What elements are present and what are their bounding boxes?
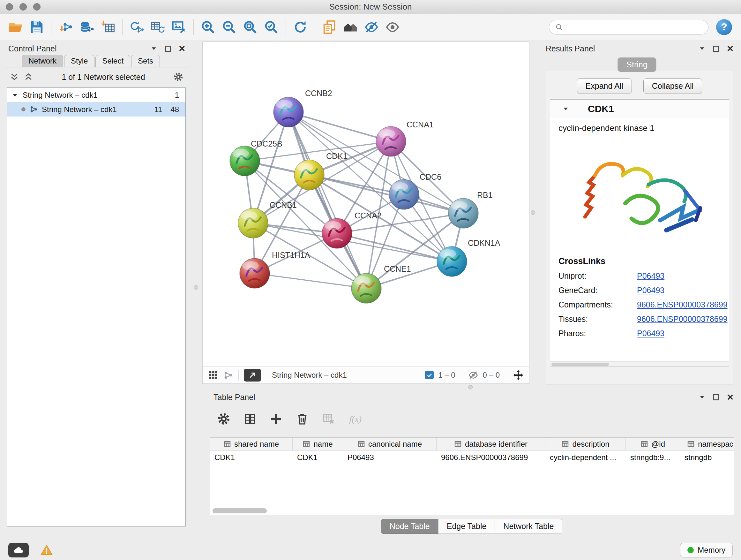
search-box[interactable]: [549, 20, 709, 35]
node-CCNA2[interactable]: [322, 219, 352, 248]
left-splitter-handle[interactable]: [194, 285, 198, 290]
zoom-selected-button[interactable]: [261, 17, 282, 38]
close-panel-icon[interactable]: ×: [727, 393, 733, 401]
tab-string[interactable]: String: [617, 57, 656, 72]
crosslink-value-link[interactable]: P06493: [637, 271, 664, 281]
crosslink-value-link[interactable]: P06493: [637, 286, 664, 295]
import-table-from-file-button[interactable]: [97, 17, 118, 38]
float-panel-icon[interactable]: [165, 46, 171, 52]
right-splitter-handle[interactable]: [531, 210, 535, 215]
hidden-eye-slash-icon[interactable]: [468, 370, 478, 380]
bottom-splitter-handle[interactable]: [468, 385, 473, 389]
crosslink-value-link[interactable]: 9606.ENSP00000378699: [637, 300, 728, 309]
results-scrollbar[interactable]: [550, 361, 729, 367]
tab-sets[interactable]: Sets: [131, 55, 160, 67]
expand-all-networks-icon[interactable]: [23, 72, 33, 82]
column-header--id[interactable]: @id: [626, 438, 680, 450]
toggle-graphics-details-button[interactable]: [361, 17, 382, 38]
network-collection-row[interactable]: String Network – cdk1 1: [7, 88, 185, 102]
tab-select[interactable]: Select: [95, 55, 130, 67]
node-CDKN1A[interactable]: [437, 246, 467, 276]
tab-edge-table[interactable]: Edge Table: [438, 519, 495, 534]
node-label-CCNE1: CCNE1: [384, 264, 411, 273]
node-CCNB1[interactable]: [238, 208, 268, 238]
add-column-icon[interactable]: [270, 413, 282, 425]
expand-collection-caret-icon[interactable]: [11, 91, 19, 99]
column-header-canonical-name[interactable]: canonical name: [343, 438, 436, 450]
node-CCNA1[interactable]: [376, 126, 406, 157]
show-columns-icon[interactable]: [244, 413, 256, 425]
table-row[interactable]: CDK1CDK1P064939606.ENSP00000378699cyclin…: [210, 450, 734, 464]
network-row[interactable]: String Network – cdk1 11 48: [7, 102, 185, 117]
node-CDC25B[interactable]: [230, 146, 260, 176]
scrollbar-thumb[interactable]: [551, 363, 609, 366]
new-network-button[interactable]: [126, 17, 147, 38]
column-header-shared-name[interactable]: shared name: [210, 438, 293, 450]
clone-network-button[interactable]: [147, 17, 169, 38]
import-network-from-database-button[interactable]: [76, 17, 97, 38]
help-button[interactable]: ?: [716, 19, 732, 35]
cloud-button[interactable]: [8, 543, 29, 557]
grid-view-icon[interactable]: [208, 370, 218, 380]
search-input[interactable]: [567, 23, 702, 32]
window-zoom-button[interactable]: [33, 3, 41, 10]
float-panel-icon[interactable]: [713, 394, 719, 400]
show-hide-panels-button[interactable]: [382, 17, 403, 38]
save-session-button[interactable]: [26, 17, 47, 38]
selected-checkbox[interactable]: [425, 371, 434, 379]
collapse-panel-icon[interactable]: [698, 394, 705, 401]
detach-view-button[interactable]: [244, 369, 261, 381]
crosslink-value-link[interactable]: 9606.ENSP00000378699: [637, 314, 728, 324]
node-HIST1H1A[interactable]: [240, 258, 270, 288]
warnings-button[interactable]: [38, 543, 55, 557]
close-panel-icon[interactable]: ×: [727, 44, 733, 53]
zoom-out-button[interactable]: [219, 17, 240, 38]
column-header-database-identifier[interactable]: database identifier: [436, 438, 545, 450]
apply-layout-icon: [293, 20, 308, 35]
memory-button[interactable]: Memory: [680, 543, 733, 557]
delete-column-trash-icon[interactable]: [296, 413, 309, 425]
tab-node-table[interactable]: Node Table: [381, 519, 439, 534]
network-options-gear-icon[interactable]: [174, 72, 183, 82]
tab-network[interactable]: Network: [22, 55, 63, 67]
collapse-panel-icon[interactable]: [150, 45, 157, 52]
edge-CCNB2-CCNE1[interactable]: [288, 112, 366, 288]
node-RB1[interactable]: [448, 198, 478, 228]
column-header-description[interactable]: description: [545, 438, 626, 450]
zoom-fit-button[interactable]: [240, 17, 261, 38]
column-header-name[interactable]: name: [293, 438, 343, 450]
node-CCNB2[interactable]: [273, 97, 304, 127]
apply-layout-button[interactable]: [290, 17, 311, 38]
tab-network-table[interactable]: Network Table: [495, 519, 562, 534]
collapse-all-networks-icon[interactable]: [10, 72, 19, 82]
close-panel-icon[interactable]: ×: [179, 44, 185, 53]
collapse-all-button[interactable]: Collapse All: [643, 78, 702, 94]
import-network-from-file-button[interactable]: [55, 17, 76, 38]
node-CDC6[interactable]: [389, 179, 419, 209]
network-canvas[interactable]: CCNB2CCNA1CDC25BCDK1CDC6RB1CCNB1CCNA2CDK…: [203, 42, 529, 366]
float-panel-icon[interactable]: [713, 46, 719, 52]
export-document-button[interactable]: [319, 17, 340, 38]
collapse-section-caret-icon[interactable]: [562, 105, 569, 112]
cytoscape-home-button[interactable]: [340, 17, 361, 38]
network-view[interactable]: CCNB2CCNA1CDC25BCDK1CDC6RB1CCNB1CCNA2CDK…: [202, 42, 529, 384]
zoom-in-button[interactable]: [198, 17, 219, 38]
expand-all-button[interactable]: Expand All: [577, 78, 632, 94]
export-image-button[interactable]: [169, 17, 190, 38]
node-CCNE1[interactable]: [351, 273, 381, 303]
share-network-icon[interactable]: [223, 370, 233, 380]
collapse-panel-icon[interactable]: [698, 45, 705, 52]
crosslink-value-link[interactable]: P06493: [637, 329, 664, 338]
open-session-button[interactable]: [5, 17, 26, 38]
window-minimize-button[interactable]: [19, 3, 27, 10]
horizontal-scrollbar-thumb[interactable]: [212, 508, 267, 513]
edge-HIST1H1A-CCNE1[interactable]: [255, 273, 366, 288]
column-header-namespac[interactable]: namespac: [680, 438, 734, 450]
tab-style[interactable]: Style: [64, 55, 94, 67]
move-crosshair-icon[interactable]: [513, 369, 524, 381]
window-close-button[interactable]: [6, 3, 13, 10]
table-options-gear-icon[interactable]: [217, 413, 230, 425]
node-table[interactable]: shared namenamecanonical namedatabase id…: [210, 437, 734, 515]
protein-card-header[interactable]: CDK1: [550, 100, 729, 118]
node-CDK1[interactable]: [294, 160, 324, 190]
